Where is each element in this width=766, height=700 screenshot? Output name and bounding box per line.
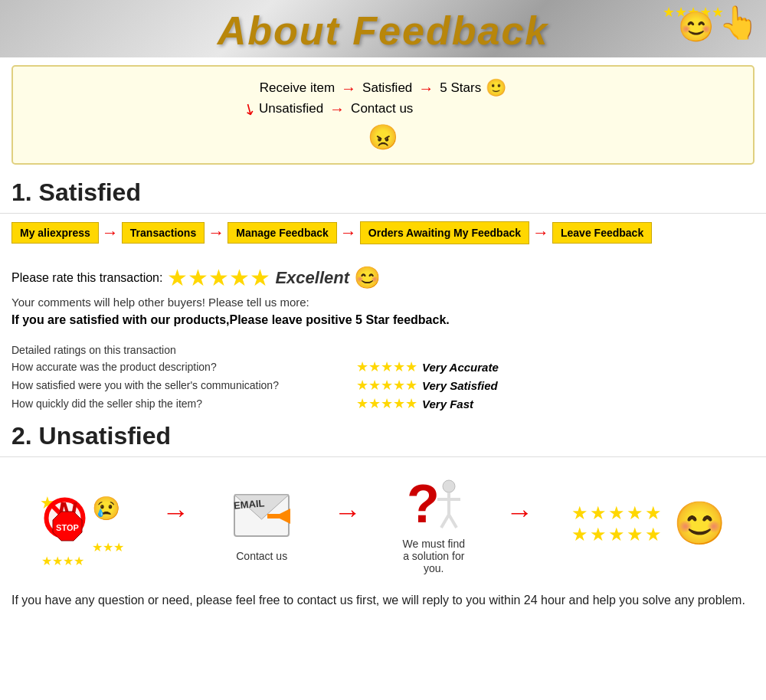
- smile-emoji: 🙂: [486, 78, 506, 98]
- illus-block-email: EMAIL Contact us: [228, 485, 296, 562]
- svg-text:?: ?: [407, 474, 440, 534]
- detail-label-1: How accurate was the product description…: [11, 361, 356, 373]
- svg-line-13: [449, 515, 457, 528]
- nav-step-5: Leave Feedback: [552, 222, 652, 244]
- receive-item-label: Receive item: [260, 80, 335, 96]
- illustration-row: ★ N 😢 STOP ★★★ ★★★★ →: [0, 457, 766, 582]
- bottom-text: If you have any question or need, please…: [0, 582, 766, 622]
- detail-value-3: Very Fast: [422, 397, 473, 411]
- detailed-ratings-section: Detailed ratings on this transaction How…: [0, 339, 766, 418]
- red-arrow-1: →: [162, 496, 189, 528]
- nav-arrow-3: →: [340, 223, 357, 243]
- header-emoji: 👆 😊: [719, 4, 758, 41]
- detail-row-3: How quickly did the seller ship the item…: [11, 395, 755, 412]
- rate-transaction-label: Please rate this transaction:: [11, 271, 162, 285]
- rating-section: Please rate this transaction: ★★★★★ Exce…: [0, 252, 766, 339]
- happy-emoji-rating: 😊: [354, 265, 381, 290]
- stars-3: ★★★★★: [356, 395, 417, 412]
- happy-face-icon: 😊: [673, 499, 726, 548]
- detail-value-1: Very Accurate: [422, 361, 499, 374]
- detail-value-2: Very Satisfied: [422, 379, 498, 392]
- red-arrow-2: →: [334, 496, 362, 528]
- nav-arrow-2: →: [208, 223, 224, 243]
- arrow-icon-3: →: [329, 100, 345, 118]
- contact-us-label: Contact us: [236, 550, 287, 562]
- navigation-steps: My aliexpress → Transactions → Manage Fe…: [0, 214, 766, 252]
- detail-label-2: How satisfied were you with the seller's…: [11, 379, 356, 391]
- nav-step-1: My aliexpress: [11, 222, 99, 244]
- frown-emoji: 😠: [368, 123, 398, 152]
- unsatisfied-label: Unsatisfied: [259, 101, 323, 116]
- nav-arrow-1: →: [102, 223, 119, 243]
- nav-arrow-4: →: [532, 223, 549, 243]
- nav-step-3: Manage Feedback: [228, 222, 337, 244]
- detail-row-1: How accurate was the product description…: [11, 358, 755, 375]
- nav-step-2: Transactions: [122, 222, 205, 244]
- illus-block-question: ? We must find a solution for you.: [399, 473, 468, 574]
- nav-step-4: Orders Awaiting My Feedback: [360, 221, 529, 244]
- svg-line-12: [441, 515, 449, 528]
- svg-point-9: [443, 480, 455, 492]
- svg-text:STOP: STOP: [56, 523, 79, 532]
- stars-2: ★★★★★: [356, 377, 417, 394]
- stars-1: ★★★★★: [356, 358, 417, 375]
- detail-row-2: How satisfied were you with the seller's…: [11, 377, 755, 394]
- illus-block-1: ★ N 😢 STOP ★★★ ★★★★: [40, 493, 124, 554]
- five-stars-label: 5 Stars: [440, 80, 481, 96]
- satisfied-label: Satisfied: [362, 80, 412, 96]
- page-header: ★★★★★ About Feedback 👆 😊: [0, 0, 766, 57]
- svg-rect-7: [267, 514, 290, 518]
- red-arrow-3: →: [506, 496, 534, 528]
- section1-title: 1. Satisfied: [0, 172, 766, 214]
- comments-line: Your comments will help other buyers! Pl…: [11, 296, 755, 309]
- arrow-icon-1: →: [341, 80, 356, 97]
- five-star-rating: ★★★★★: [167, 264, 270, 291]
- arrow-icon-2: →: [418, 80, 434, 97]
- flow-explanation-box: Receive item → Satisfied → 5 Stars 🙂 ↘ U…: [11, 65, 755, 165]
- detailed-header: Detailed ratings on this transaction: [11, 344, 755, 356]
- excellent-label: Excellent: [275, 268, 349, 288]
- positive-message: If you are satisfied with our products,P…: [11, 313, 755, 327]
- section2-title: 2. Unsatisfied: [0, 418, 766, 457]
- detail-label-3: How quickly did the seller ship the item…: [11, 397, 356, 410]
- contact-us-flow-label: Contact us: [351, 101, 413, 116]
- illus-block-stars-happy: ★★★★★★★★★★ 😊: [571, 493, 726, 554]
- page-title: About Feedback: [0, 8, 766, 54]
- solution-label: We must find a solution for you.: [399, 538, 468, 574]
